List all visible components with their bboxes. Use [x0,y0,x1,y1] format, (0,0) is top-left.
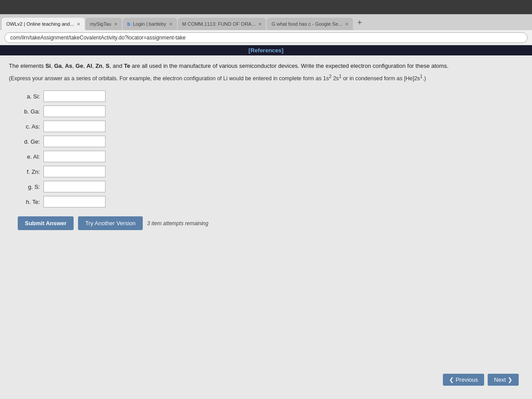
instruction-text: (Express your answer as a series of orbi… [9,73,523,83]
question-text-content: The elements Si, Ga, As, Ge, Al, Zn, S, … [9,63,449,69]
previous-label: Previous [456,376,478,383]
answer-row-ga: b. Ga: [18,106,523,117]
next-label: Next [494,376,506,383]
tab-comm-label: M COMM.1113: FUND OF ORA... [182,21,256,27]
label-si: a. Si: [18,93,40,100]
input-ga[interactable] [43,106,106,117]
label-as: c. As: [18,123,40,130]
label-s: g. S: [18,184,40,190]
tab-google-label: G what food has c - Google Se... [271,21,342,27]
tab-comm-close[interactable]: ✕ [258,22,262,27]
submit-button[interactable]: Submit Answer [18,216,74,230]
input-ge[interactable] [43,136,106,147]
question-body: The elements Si, Ga, As, Ge, Al, Zn, S, … [0,55,532,243]
browser-titlebar [0,0,532,14]
browser-frame: OWLv2 | Online teaching and... ✕ mySigTa… [0,0,532,399]
answer-row-ge: d. Ge: [18,136,523,147]
tab-mysigtau-label: mySigTau [90,21,111,27]
answer-row-te: h. Te: [18,196,523,207]
input-s[interactable] [43,181,106,192]
browser-tabs: OWLv2 | Online teaching and... ✕ mySigTa… [0,14,532,30]
answer-rows: a. Si: b. Ga: c. As: d. Ge: e. Al: [18,90,523,207]
label-zn: f. Zn: [18,168,40,175]
tab-google-close[interactable]: ✕ [345,22,348,27]
new-tab-button[interactable]: + [354,16,366,30]
input-as[interactable] [43,121,106,132]
answer-row-s: g. S: [18,181,523,192]
attempts-remaining: 3 item attempts remaining [147,220,208,227]
address-bar[interactable]: com/ilrn/takeAssignment/takeCovalentActi… [4,32,528,43]
label-ge: d. Ge: [18,138,40,145]
tab-owlv2[interactable]: OWLv2 | Online teaching and... ✕ [2,18,85,30]
input-al[interactable] [43,151,106,162]
input-si[interactable] [43,90,106,102]
tab-bartleby-label: Login | bartleby [133,21,166,27]
tab-bartleby-close[interactable]: ✕ [169,22,172,27]
next-button[interactable]: Next [488,374,519,386]
try-another-button[interactable]: Try Another Version [78,216,143,230]
label-al: e. Al: [18,153,40,160]
tab-owlv2-close[interactable]: ✕ [77,22,80,27]
answer-row-al: e. Al: [18,151,523,162]
tab-comm[interactable]: M COMM.1113: FUND OF ORA... ✕ [178,18,266,30]
answer-row-as: c. As: [18,121,523,132]
label-ga: b. Ga: [18,108,40,115]
page-content: [References] The elements Si, Ga, As, Ge… [0,45,532,399]
answer-row-zn: f. Zn: [18,166,523,177]
answer-row-si: a. Si: [18,90,523,102]
instruction-text-content: (Express your answer as a series of orbi… [9,75,426,82]
tab-owlv2-label: OWLv2 | Online teaching and... [6,21,74,27]
tab-bartleby[interactable]: b Login | bartleby ✕ [123,18,177,30]
tab-mysigtau[interactable]: mySigTau ✕ [86,18,122,30]
references-link[interactable]: [References] [249,47,284,54]
tab-mysigtau-close[interactable]: ✕ [114,22,117,27]
previous-button[interactable]: Previous [443,374,485,386]
action-bar: Submit Answer Try Another Version 3 item… [18,216,523,239]
address-text: com/ilrn/takeAssignment/takeCovalentActi… [10,35,186,41]
bottom-nav: Previous Next [443,374,519,386]
browser-addressbar: com/ilrn/takeAssignment/takeCovalentActi… [0,30,532,45]
input-te[interactable] [43,196,106,207]
tab-google[interactable]: G what food has c - Google Se... ✕ [267,18,353,30]
input-zn[interactable] [43,166,106,177]
question-text: The elements Si, Ga, As, Ge, Al, Zn, S, … [9,62,523,70]
references-bar: [References] [0,45,532,55]
tab-bartleby-icon: b [127,21,130,27]
label-te: h. Te: [18,199,40,205]
